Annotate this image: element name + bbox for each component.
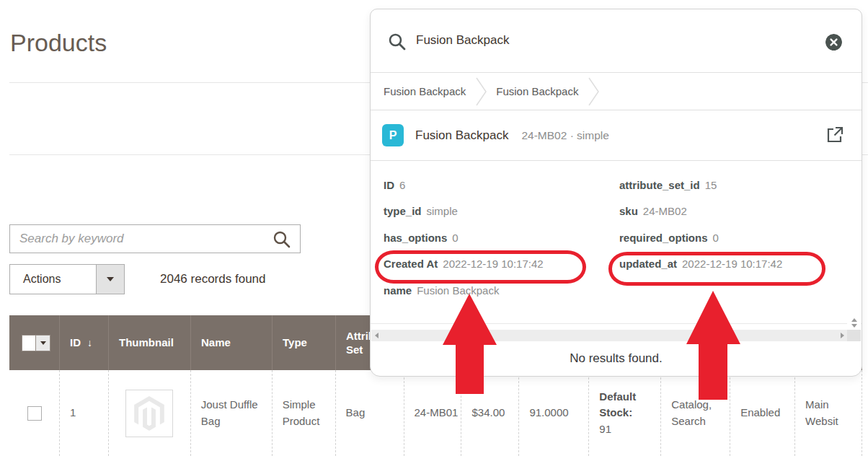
row-checkbox[interactable] <box>27 406 42 421</box>
cell-name: Joust Duffle Bag <box>190 370 272 456</box>
result-subtitle: 24-MB02 · simple <box>521 129 608 142</box>
breadcrumb-item[interactable]: Fusion Backpack <box>496 85 578 97</box>
attribute-row: sku24-MB02 <box>619 205 862 217</box>
close-icon[interactable] <box>825 34 842 51</box>
col-header-id[interactable]: ID ↓ <box>59 315 108 370</box>
products-admin-page: Products Actions 2046 records found ID ↓… <box>0 0 868 456</box>
cell-price: $34.00 <box>461 370 518 456</box>
keyword-search-input[interactable] <box>10 225 300 253</box>
col-header-thumbnail[interactable]: Thumbnail <box>108 315 190 370</box>
cell-salable-quantity: Default Stock: 91 <box>588 370 660 456</box>
cell-status: Enabled <box>730 370 794 456</box>
search-result-item[interactable]: P Fusion Backpack 24-MB02 · simple <box>371 110 862 161</box>
search-icon <box>388 32 407 51</box>
chevron-down-icon <box>40 341 46 345</box>
actions-label: Actions <box>10 265 96 294</box>
page-title: Products <box>10 29 107 57</box>
cell-type: Simple Product <box>272 370 335 456</box>
breadcrumb-item[interactable]: Fusion Backpack <box>384 85 466 97</box>
breadcrumb: Fusion Backpack Fusion Backpack <box>371 73 862 110</box>
select-all-checkbox[interactable] <box>22 335 36 351</box>
keyword-search-box <box>9 224 301 253</box>
cell-visibility: Catalog, Search <box>660 370 730 456</box>
col-header-name[interactable]: Name <box>190 315 272 370</box>
search-icon[interactable] <box>273 230 291 249</box>
cell-websites: Main Websit <box>794 370 862 456</box>
attribute-row: ID6 <box>384 179 619 191</box>
attribute-row: has_options0 <box>384 232 619 244</box>
cell-sku: 24-MB01 <box>404 370 461 456</box>
cell-id: 1 <box>59 370 108 456</box>
result-title: Fusion Backpack <box>415 128 508 143</box>
product-badge: P <box>382 124 404 146</box>
attribute-row: nameFusion Backpack <box>384 284 619 297</box>
attribute-row: attribute_set_id15 <box>619 179 862 191</box>
col-header-select <box>9 315 59 370</box>
vertical-scrollbar[interactable] <box>847 315 861 330</box>
chevron-right-icon <box>476 76 487 108</box>
no-results-message: No results found. <box>371 340 862 377</box>
scroll-right-icon[interactable] <box>841 333 844 338</box>
overlay-search-input[interactable] <box>416 10 733 71</box>
records-count: 2046 records found <box>160 272 266 286</box>
sort-desc-icon: ↓ <box>87 336 92 349</box>
select-all-dropdown[interactable] <box>36 335 50 351</box>
result-attributes: ID6 attribute_set_id15 type_idsimple sku… <box>371 161 862 324</box>
external-link-icon[interactable] <box>825 126 844 144</box>
table-row: 1 Joust Duffle Bag Simple Product Bag 24… <box>9 370 862 456</box>
cell-quantity: 91.0000 <box>518 370 588 456</box>
cell-thumbnail <box>108 370 190 456</box>
global-search-overlay: Fusion Backpack Fusion Backpack P Fusion… <box>370 9 862 377</box>
col-header-type[interactable]: Type <box>272 315 335 370</box>
overlay-search-bar <box>371 9 862 73</box>
scroll-left-icon[interactable] <box>375 333 378 338</box>
attribute-row: type_idsimple <box>384 205 619 217</box>
cell-select <box>9 370 59 456</box>
thumbnail-box <box>125 390 173 437</box>
magento-placeholder-icon <box>134 396 164 431</box>
scroll-up-icon[interactable] <box>851 318 857 322</box>
select-all-control[interactable] <box>22 335 50 351</box>
cell-attribute-set: Bag <box>335 370 404 456</box>
attribute-row: required_options0 <box>619 232 862 244</box>
attribute-row-created-at: Created At2022-12-19 10:17:42 <box>384 258 619 270</box>
chevron-right-icon <box>588 76 600 108</box>
actions-arrow-button[interactable] <box>96 265 124 294</box>
attribute-row-updated-at: updated_at2022-12-19 10:17:42 <box>619 258 862 270</box>
chevron-down-icon <box>107 277 114 281</box>
actions-dropdown[interactable]: Actions <box>9 264 125 294</box>
scroll-down-icon[interactable] <box>851 324 857 328</box>
